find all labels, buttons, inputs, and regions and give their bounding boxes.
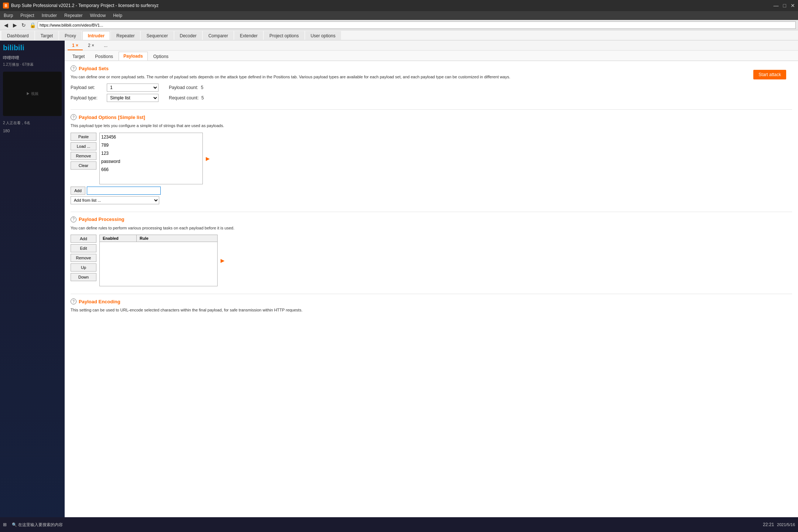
app-icon: B — [3, 3, 9, 8]
payload-sets-section: ? Payload Sets You can define one or mor… — [71, 65, 792, 102]
payload-sets-description: You can define one or more payload sets.… — [71, 74, 792, 80]
reload-button[interactable]: ↻ — [20, 22, 27, 28]
bilibili-logo: bilibili — [0, 41, 65, 55]
payload-options-description: This payload type lets you configure a s… — [71, 123, 792, 129]
menu-burp[interactable]: Burp — [0, 11, 17, 20]
list-item[interactable]: 666 — [100, 166, 202, 174]
payload-options-title: Payload Options [Simple list] — [79, 115, 145, 120]
processing-add-button[interactable]: Add — [71, 235, 96, 243]
intruder-instance-tabs: 1 × 2 × ... — [65, 41, 798, 51]
payload-arrow-indicator: ▶ — [206, 156, 210, 161]
live-count: 2 人正在看，6名 — [0, 119, 65, 127]
processing-down-button[interactable]: Down — [71, 273, 96, 281]
payload-sets-title: Payload Sets — [79, 66, 109, 71]
processing-table-header: Enabled Rule — [100, 235, 217, 242]
nav-tab-user-options[interactable]: User options — [305, 31, 341, 40]
processing-arrow-indicator: ▶ — [221, 258, 225, 263]
list-item[interactable]: 789 — [100, 141, 202, 149]
nav-tab-repeater[interactable]: Repeater — [111, 31, 140, 40]
menu-window[interactable]: Window — [86, 11, 109, 20]
nav-tab-proxy[interactable]: Proxy — [59, 31, 82, 40]
nav-tab-sequencer[interactable]: Sequencer — [141, 31, 173, 40]
load-button[interactable]: Load ... — [71, 142, 96, 150]
processing-buttons: Add Edit Remove Up Down — [71, 235, 96, 286]
content-area: Start attack ? Payload Sets You can defi… — [65, 61, 798, 531]
title-bar: B Burp Suite Professional v2021.2 - Temp… — [0, 0, 798, 11]
payload-processing-help-icon[interactable]: ? — [71, 216, 76, 222]
nav-tab-project-options[interactable]: Project options — [264, 31, 304, 40]
minimize-button[interactable]: — — [774, 3, 779, 8]
intruder-tab-1[interactable]: 1 × — [68, 41, 83, 50]
payload-encoding-description: This setting can be used to URL-encode s… — [71, 307, 792, 313]
burp-content: 1 × 2 × ... Target Positions Payloads Op… — [65, 41, 798, 531]
payload-encoding-section: ? Payload Encoding This setting can be u… — [71, 299, 792, 313]
enabled-header: Enabled — [100, 235, 137, 242]
view-count: 1.2万播放 · 67弹幕 — [0, 61, 65, 69]
processing-up-button[interactable]: Up — [71, 263, 96, 272]
payload-processing-description: You can define rules to perform various … — [71, 225, 792, 231]
intruder-tab-more[interactable]: ... — [99, 41, 112, 50]
payload-processing-section: ? Payload Processing You can define rule… — [71, 216, 792, 286]
rule-header: Rule — [137, 235, 217, 242]
bilibili-subtitle: 哔哩哔哩 — [0, 55, 65, 61]
request-count-label: Request count: 5 — [169, 95, 204, 100]
payload-encoding-title: Payload Encoding — [79, 299, 120, 304]
payload-options-section: ? Payload Options [Simple list] This pay… — [71, 114, 792, 204]
sub-tabs: Target Positions Payloads Options — [65, 51, 798, 61]
back-button[interactable]: ◀ — [2, 22, 10, 28]
payload-sets-help-icon[interactable]: ? — [71, 65, 76, 71]
payload-list[interactable]: 123456789123password666 — [99, 133, 203, 184]
address-input[interactable] — [38, 21, 796, 29]
title-bar-text: Burp Suite Professional v2021.2 - Tempor… — [11, 3, 158, 8]
sub-tab-payloads[interactable]: Payloads — [119, 52, 148, 61]
likes-count: 180 — [0, 127, 65, 134]
payload-list-buttons: Paste Load ... Remove Clear — [71, 133, 96, 184]
address-bar: ◀ ▶ ↻ 🔒 — [0, 20, 798, 30]
lock-icon: 🔒 — [29, 22, 36, 28]
menu-help[interactable]: Help — [109, 11, 126, 20]
start-attack-button[interactable]: Start attack — [753, 70, 786, 79]
nav-tab-comparer[interactable]: Comparer — [203, 31, 233, 40]
payload-count-label: Payload count: 5 — [169, 85, 203, 90]
payload-set-select[interactable]: 1 2 — [107, 83, 158, 92]
paste-button[interactable]: Paste — [71, 133, 96, 141]
nav-tab-dashboard[interactable]: Dashboard — [1, 31, 34, 40]
menu-intruder[interactable]: Intruder — [38, 11, 61, 20]
maximize-button[interactable]: □ — [783, 3, 786, 8]
left-panel: bilibili 哔哩哔哩 1.2万播放 · 67弹幕 ▶ 视频 2 人正在看，… — [0, 41, 65, 531]
menu-repeater[interactable]: Repeater — [61, 11, 86, 20]
close-button[interactable]: ✕ — [791, 3, 795, 8]
sub-tab-positions[interactable]: Positions — [90, 52, 118, 61]
nav-tab-extender[interactable]: Extender — [234, 31, 263, 40]
taskbar-date: 2021/5/16 — [777, 522, 795, 527]
processing-remove-button[interactable]: Remove — [71, 254, 96, 262]
payload-encoding-help-icon[interactable]: ? — [71, 299, 76, 304]
nav-tab-decoder[interactable]: Decoder — [174, 31, 202, 40]
payload-type-select[interactable]: Simple list Runtime file Custom iterator — [107, 94, 158, 102]
menu-bar: Burp Project Intruder Repeater Window He… — [0, 11, 798, 20]
add-button[interactable]: Add — [71, 187, 85, 195]
list-item[interactable]: 123 — [100, 149, 202, 157]
processing-edit-button[interactable]: Edit — [71, 244, 96, 252]
taskbar-time: 22:21 — [763, 522, 774, 527]
taskbar-search[interactable]: 🔍 在这里输入要搜索的内容 — [12, 522, 63, 528]
sub-tab-options[interactable]: Options — [149, 52, 173, 61]
intruder-tab-2[interactable]: 2 × — [83, 41, 99, 50]
payload-set-label: Payload set: — [71, 85, 104, 90]
nav-tabs: Dashboard Target Proxy Intruder Repeater… — [0, 30, 798, 41]
payload-options-help-icon[interactable]: ? — [71, 114, 76, 120]
remove-button[interactable]: Remove — [71, 152, 96, 160]
nav-tab-target[interactable]: Target — [35, 31, 58, 40]
video-thumbnail: ▶ 视频 — [26, 91, 38, 96]
clear-button[interactable]: Clear — [71, 161, 96, 170]
list-item[interactable]: 123456 — [100, 133, 202, 141]
payload-type-label: Payload type: — [71, 95, 104, 100]
taskbar-start[interactable]: ⊞ — [3, 522, 7, 527]
add-from-list-select[interactable]: Add from list ... — [71, 196, 159, 204]
add-payload-input[interactable] — [87, 187, 161, 195]
forward-button[interactable]: ▶ — [11, 22, 18, 28]
sub-tab-target[interactable]: Target — [68, 52, 89, 61]
menu-project[interactable]: Project — [17, 11, 38, 20]
list-item[interactable]: password — [100, 157, 202, 166]
nav-tab-intruder[interactable]: Intruder — [82, 31, 110, 40]
